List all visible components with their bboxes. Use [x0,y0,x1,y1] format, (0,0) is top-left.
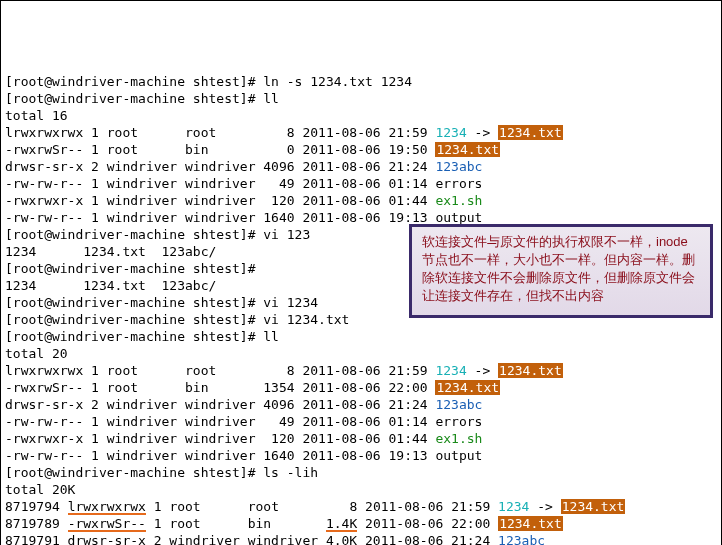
row-dir: drwsr-sr-x 2 windriver windriver 4096 20… [5,159,435,174]
file-1234txt-b: 1234.txt [435,380,500,395]
row3-txt-ino: 8719789 [5,516,68,531]
file-1234-b: 1234 [435,363,466,378]
row-err: -rw-rw-r-- 1 windriver windriver 49 2011… [5,176,482,191]
file-ex1-b: ex1.sh [435,431,482,446]
prompt: [root@windriver-machine shtest]# [5,295,255,310]
dir-123abc: 123abc [435,159,482,174]
cmd-vi1234: vi 1234 [263,295,318,310]
file-1234: 1234 [435,125,466,140]
terminal-window: [root@windriver-machine shtest]# ln -s 1… [5,56,717,545]
prompt: [root@windriver-machine shtest]# [5,329,255,344]
row-ex1: -rwxrwxr-x 1 windriver windriver 120 201… [5,193,435,208]
note-text: 软连接文件与原文件的执行权限不一样，inode节点也不一样，大小也不一样。但内容… [422,234,695,303]
row-txt: -rwxrwSr-- 1 root bin 0 2011-08-06 19:50 [5,142,435,157]
row2-dir: drwsr-sr-x 2 windriver windriver 4096 20… [5,397,435,412]
file-1234-c: 1234 [498,499,529,514]
prompt: [root@windriver-machine shtest]# [5,312,255,327]
total-line2: total 20 [5,346,68,361]
row2-out: -rw-rw-r-- 1 windriver windriver 1640 20… [5,448,482,463]
cmd-ll2: ll [263,329,279,344]
prompt: [root@windriver-machine shtest]# [5,465,255,480]
cmd-ln: ln -s 1234.txt 1234 [263,74,412,89]
prompt: [root@windriver-machine shtest]# [5,74,255,89]
ls-short1: 1234 1234.txt 123abc/ [5,244,216,259]
prompt: [root@windriver-machine shtest]# [5,227,255,242]
annotation-note: 软连接文件与原文件的执行权限不一样，inode节点也不一样，大小也不一样。但内容… [409,224,713,318]
perm-underline1: lrwxrwxrwx [68,500,146,515]
file-1234-target-c: 1234.txt [561,499,626,514]
row-link: lrwxrwxrwx 1 root root 8 2011-08-06 21:5… [5,125,435,140]
row-out: -rw-rw-r-- 1 windriver windriver 1640 20… [5,210,482,225]
file-1234-target-b: 1234.txt [498,363,563,378]
cmd-ll: ll [263,91,279,106]
cmd-vi1234txt: vi 1234.txt [263,312,349,327]
dir-123abc-b: 123abc [435,397,482,412]
file-1234txt: 1234.txt [435,142,500,157]
arrow: -> [467,363,498,378]
file-1234-target: 1234.txt [498,125,563,140]
prompt: [root@windriver-machine shtest]# [5,261,255,276]
arrow: -> [467,125,498,140]
perm-underline2: -rwxrwSr-- [68,517,146,532]
dir-123abc-c: 123abc [498,533,545,545]
row2-ex1: -rwxrwxr-x 1 windriver windriver 120 201… [5,431,435,446]
row3-link-ino: 8719794 [5,499,68,514]
ls-short2: 1234 1234.txt 123abc/ [5,278,216,293]
cmd-lslih: ls -lih [263,465,318,480]
arrow: -> [529,499,560,514]
file-1234txt-c: 1234.txt [498,516,563,531]
size-underline: 1.4K [326,517,357,532]
row2-link: lrwxrwxrwx 1 root root 8 2011-08-06 21:5… [5,363,435,378]
total-line: total 16 [5,108,68,123]
prompt: [root@windriver-machine shtest]# [5,91,255,106]
cmd-vi123: vi 123 [263,227,310,242]
total-line3: total 20K [5,482,75,497]
row2-txt: -rwxrwSr-- 1 root bin 1354 2011-08-06 22… [5,380,435,395]
row3-txt-rest2: 2011-08-06 22:00 [357,516,498,531]
row3-dir: 8719791 drwsr-sr-x 2 windriver windriver… [5,533,498,545]
file-ex1: ex1.sh [435,193,482,208]
row3-txt-mid: 1 root bin [146,516,326,531]
row3-link-rest: 1 root root 8 2011-08-06 21:59 [146,499,498,514]
row2-err: -rw-rw-r-- 1 windriver windriver 49 2011… [5,414,482,429]
